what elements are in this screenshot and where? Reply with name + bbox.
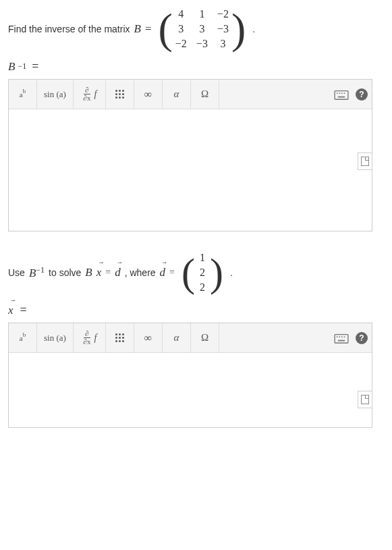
help-q: ? [359,90,364,99]
infinity-button[interactable]: ∞ [134,80,163,109]
q1-prefix: Find the inverse of the matrix [8,24,130,34]
q1-input-area[interactable] [9,109,372,231]
q1-matrix: ( 4 1 −2 3 3 −3 −2 −3 3 ) [159,8,246,50]
keyboard-icon [334,88,349,101]
derivative-button[interactable]: ∂ ∂x f [74,323,106,353]
dots-icon [115,90,124,99]
m12: −3 [217,23,229,35]
q2-editor: ab sin (a) ∂ ∂x f ∞ α Ω [8,323,372,428]
rparen2: ) [210,256,223,289]
q2-eq2: = [169,267,175,278]
help-button[interactable]: ? [356,332,368,344]
derivative-button[interactable]: ∂ ∂x f [74,80,106,109]
q2-B: B [29,267,36,279]
help-q2: ? [359,333,364,343]
omega-button[interactable]: Ω [191,80,219,109]
fullscreen-icon [361,157,369,166]
fullscreen-button[interactable] [358,153,372,170]
rparen: ) [231,11,246,46]
inf-label: ∞ [144,88,152,101]
q2-input-area[interactable] [9,353,372,427]
matrix-button[interactable] [106,80,134,109]
exponent-button[interactable]: ab [9,80,37,109]
keyboard-button[interactable] [331,80,352,109]
m10: 3 [175,23,187,35]
m02: −2 [217,8,229,20]
deriv-f2: f [94,333,97,343]
q1-toolbar: ab sin (a) ∂ ∂x f ∞ α Ω [9,80,372,109]
m01: 1 [196,8,208,20]
q2-mid2: , where [125,267,156,278]
q1-eq: = [145,22,152,36]
q2-period: . [230,267,233,278]
q1-prompt: Find the inverse of the matrix B = ( 4 1… [8,8,384,50]
lparen: ( [159,11,173,46]
svg-rect-0 [335,90,348,99]
infinity-button[interactable]: ∞ [134,323,163,353]
q2-toolbar: ab sin (a) ∂ ∂x f ∞ α Ω [9,323,372,353]
q2-label-eq: = [20,303,27,317]
omega-label: Ω [201,88,208,100]
trig-button[interactable]: sin (a) [37,80,74,109]
fullscreen-icon2 [361,395,369,404]
svg-rect-6 [335,334,348,343]
q1-period: . [252,24,255,34]
keyboard-icon2 [334,332,349,344]
q1-label-var: B [8,60,15,74]
q2-vector: ( 1 2 2 ) [181,252,223,294]
dden2: ∂x [82,338,92,346]
matrix-button[interactable] [106,323,134,353]
dden: ∂x [82,94,92,102]
q2-d: d [115,266,121,279]
m20: −2 [175,38,187,50]
v1: 2 [198,267,207,279]
q2-eqx: x [96,266,102,279]
q2-d2: d [160,266,166,279]
trig-button[interactable]: sin (a) [37,323,74,353]
alpha-button[interactable]: α [163,323,191,353]
lparen2: ( [181,256,195,289]
omega-button[interactable]: Ω [191,323,219,353]
alpha-label: α [174,88,179,100]
ab-b2: b [23,331,26,338]
q1-matrix-body: 4 1 −2 3 3 −3 −2 −3 3 [173,8,231,50]
alpha-label2: α [174,332,179,343]
keyboard-button[interactable] [331,323,352,353]
fullscreen-button[interactable] [358,391,372,408]
toolbar-right2: ? [331,323,372,353]
q2-label-var: x [8,304,13,317]
q2-Bsup: −1 [36,265,45,275]
inf-label2: ∞ [144,332,152,344]
sin-label2: sin (a) [44,333,66,343]
q2-answer-label: x = [8,303,384,317]
v0: 1 [198,252,207,264]
deriv-f: f [94,89,97,100]
q1-editor: ab sin (a) ∂ ∂x f ∞ α Ω [8,79,372,231]
frac-icon: ∂ ∂x [82,86,92,102]
q1-answer-label: B−1 = [8,59,384,74]
ab-b: b [23,88,26,94]
omega-label2: Ω [201,332,208,343]
q1-label-eq: = [32,59,38,74]
q2-eq: = [105,267,111,278]
m22: 3 [217,38,229,50]
frac-icon2: ∂ ∂x [82,330,92,346]
q2-prefix: Use [8,267,25,278]
m11: 3 [196,23,208,35]
sin-label: sin (a) [44,89,66,100]
help-button[interactable]: ? [356,88,368,101]
dots-icon2 [115,333,124,342]
q1-label-sup: −1 [18,61,26,72]
q2-prompt: Use B−1 to solve Bx = d , where d = ( 1 … [8,252,384,294]
v2: 2 [198,281,207,294]
m00: 4 [175,8,187,20]
q2-vec-body: 1 2 2 [195,252,210,294]
q1-var: B [134,22,141,36]
q2-mid1: to solve [49,267,81,278]
exponent-button[interactable]: ab [9,323,37,353]
q2-eqB: B [85,266,92,279]
toolbar-right: ? [331,80,372,109]
m21: −3 [196,38,208,50]
alpha-button[interactable]: α [163,80,191,109]
